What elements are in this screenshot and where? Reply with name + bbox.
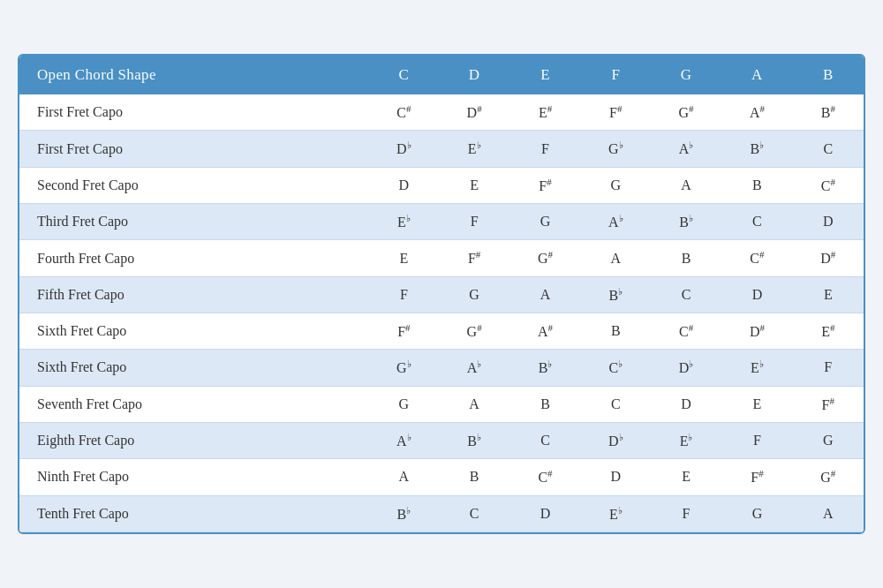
cell-e: C	[509, 422, 580, 458]
cell-g: D	[651, 386, 721, 422]
cell-e: F	[509, 131, 580, 167]
table-row: Seventh Fret CapoGABCDEF#	[19, 386, 864, 422]
cell-f: G	[581, 167, 651, 203]
cell-b: E	[793, 276, 864, 313]
capo-chart-wrapper: Open Chord Shape C D E F G A B First Fre…	[18, 54, 865, 534]
cell-d: B	[439, 459, 509, 495]
table-row: Sixth Fret CapoF#G#A#BC#D#E#	[19, 313, 864, 350]
cell-a: C	[721, 204, 792, 240]
cell-f: B	[581, 313, 651, 350]
cell-b: G	[793, 422, 864, 458]
cell-d: A	[439, 386, 509, 422]
cell-f: A♭	[581, 204, 651, 240]
cell-g: C	[651, 276, 721, 313]
table-row: First Fret CapoD♭E♭FG♭A♭B♭C	[19, 131, 864, 167]
cell-c: E♭	[369, 204, 439, 240]
cell-f: C	[581, 386, 651, 422]
table-row: Third Fret CapoE♭FGA♭B♭CD	[19, 204, 864, 240]
cell-c: A♭	[369, 422, 439, 458]
header-col-f: F	[581, 56, 651, 94]
row-label: Tenth Fret Capo	[19, 495, 369, 531]
cell-a: E	[721, 386, 792, 422]
cell-c: B♭	[369, 495, 439, 531]
cell-e: F#	[509, 167, 580, 203]
row-label: Sixth Fret Capo	[19, 313, 369, 350]
cell-e: D	[509, 495, 580, 531]
cell-a: D#	[721, 313, 792, 350]
cell-f: A	[581, 240, 651, 276]
cell-e: G#	[509, 240, 580, 276]
header-col-e: E	[509, 56, 580, 94]
cell-d: B♭	[439, 422, 509, 458]
cell-a: F	[721, 422, 792, 458]
cell-f: D	[581, 459, 651, 495]
table-row: Ninth Fret CapoABC#DEF#G#	[19, 459, 864, 495]
cell-c: G	[369, 386, 439, 422]
row-label: First Fret Capo	[19, 94, 369, 131]
cell-c: F	[369, 276, 439, 313]
cell-b: E#	[793, 313, 864, 350]
cell-g: B♭	[651, 204, 721, 240]
cell-b: D#	[793, 240, 864, 276]
cell-d: E♭	[439, 131, 509, 167]
cell-g: A	[651, 167, 721, 203]
cell-f: G♭	[581, 131, 651, 167]
cell-g: E♭	[651, 422, 721, 458]
row-label: Second Fret Capo	[19, 167, 369, 203]
cell-e: B	[509, 386, 580, 422]
header-col-a: A	[721, 56, 792, 94]
cell-b: F	[793, 350, 864, 386]
table-row: Fifth Fret CapoFGAB♭CDE	[19, 276, 864, 313]
cell-e: G	[509, 204, 580, 240]
cell-g: G#	[651, 94, 721, 131]
capo-chart-table: Open Chord Shape C D E F G A B First Fre…	[19, 56, 864, 532]
table-header-row: Open Chord Shape C D E F G A B	[19, 56, 864, 94]
cell-b: C#	[793, 167, 864, 203]
table-row: Eighth Fret CapoA♭B♭CD♭E♭FG	[19, 422, 864, 458]
cell-b: F#	[793, 386, 864, 422]
cell-c: F#	[369, 313, 439, 350]
cell-g: B	[651, 240, 721, 276]
table-row: Tenth Fret CapoB♭CDE♭FGA	[19, 495, 864, 531]
table-body: First Fret CapoC#D#E#F#G#A#B#First Fret …	[19, 94, 864, 531]
row-label: First Fret Capo	[19, 131, 369, 167]
cell-g: D♭	[651, 350, 721, 386]
cell-c: C#	[369, 94, 439, 131]
cell-g: E	[651, 459, 721, 495]
row-label: Sixth Fret Capo	[19, 350, 369, 386]
cell-e: A	[509, 276, 580, 313]
cell-d: E	[439, 167, 509, 203]
row-label: Third Fret Capo	[19, 204, 369, 240]
cell-a: E♭	[721, 350, 792, 386]
cell-g: C#	[651, 313, 721, 350]
cell-f: D♭	[581, 422, 651, 458]
cell-e: A#	[509, 313, 580, 350]
table-row: First Fret CapoC#D#E#F#G#A#B#	[19, 94, 864, 131]
cell-b: C	[793, 131, 864, 167]
table-row: Second Fret CapoDEF#GABC#	[19, 167, 864, 203]
cell-d: G#	[439, 313, 509, 350]
row-label: Fourth Fret Capo	[19, 240, 369, 276]
cell-a: D	[721, 276, 792, 313]
cell-f: C♭	[581, 350, 651, 386]
table-row: Fourth Fret CapoEF#G#ABC#D#	[19, 240, 864, 276]
cell-e: E#	[509, 94, 580, 131]
cell-d: F	[439, 204, 509, 240]
cell-f: F#	[581, 94, 651, 131]
cell-b: A	[793, 495, 864, 531]
header-col-b: B	[793, 56, 864, 94]
row-label: Seventh Fret Capo	[19, 386, 369, 422]
cell-d: G	[439, 276, 509, 313]
cell-b: B#	[793, 94, 864, 131]
cell-c: A	[369, 459, 439, 495]
cell-a: F#	[721, 459, 792, 495]
cell-c: D	[369, 167, 439, 203]
cell-c: G♭	[369, 350, 439, 386]
cell-d: A♭	[439, 350, 509, 386]
cell-e: C#	[509, 459, 580, 495]
cell-d: F#	[439, 240, 509, 276]
cell-f: E♭	[581, 495, 651, 531]
cell-b: G#	[793, 459, 864, 495]
cell-a: B♭	[721, 131, 792, 167]
cell-f: B♭	[581, 276, 651, 313]
